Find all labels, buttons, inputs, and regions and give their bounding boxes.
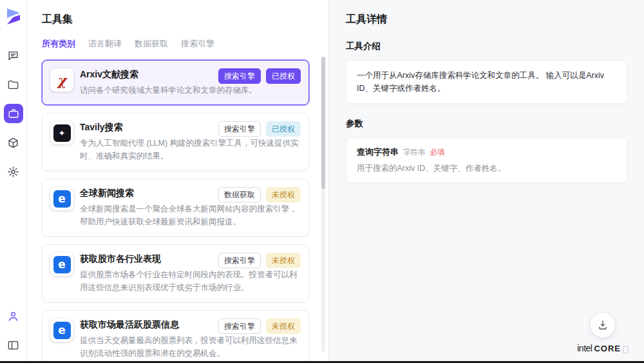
- auth-status-badge: 未授权: [266, 319, 301, 334]
- sidebar-item-plugins[interactable]: [4, 133, 23, 152]
- aggregator-logo-icon: e: [53, 190, 71, 208]
- folder-icon: [7, 79, 19, 91]
- chat-icon: [7, 50, 19, 62]
- category-badge: 搜索引擎: [218, 121, 261, 137]
- tool-description: 专为人工智能代理 (LLM) 构建的搜索引擎工具，可快速提供实时、准确和真实的结…: [80, 137, 301, 162]
- tab-category-0[interactable]: 所有类别: [42, 38, 75, 50]
- intel-product-text: CORE: [594, 344, 621, 353]
- sidebar-item-toolset[interactable]: [4, 104, 23, 123]
- category-tabs: 所有类别语言翻译数据获取搜索引擎: [42, 38, 309, 50]
- tool-badges: 搜索引擎 已授权: [218, 68, 301, 84]
- tool-icon: χ: [50, 68, 73, 92]
- category-badge: 搜索引擎: [218, 68, 261, 84]
- sidebar-item-files[interactable]: [4, 75, 23, 94]
- toolset-title: 工具集: [42, 13, 309, 26]
- tool-icon: ✦: [50, 121, 73, 144]
- arxiv-logo-icon: χ: [57, 74, 66, 87]
- app-logo: [6, 8, 21, 28]
- tool-card[interactable]: e 全球新闻搜索 全球新闻搜索是一个聚合全球各大新闻网站内容的搜索引擎，帮助用户…: [42, 179, 309, 237]
- cube-icon: [7, 137, 19, 149]
- download-button[interactable]: [590, 312, 616, 338]
- auth-status-badge: 未授权: [266, 253, 301, 268]
- intel-badge-mark: [623, 346, 629, 353]
- detail-title: 工具详情: [346, 13, 627, 26]
- tab-category-1[interactable]: 语言翻译: [88, 38, 122, 50]
- tool-list: χ Arxiv文献搜索 访问各个研究领域大量科学论文和文章的存储库。 搜索引擎 …: [42, 60, 309, 361]
- param-head: 查询字符串 字符串 必填: [357, 146, 616, 158]
- sidebar-item-collapse[interactable]: [4, 335, 23, 355]
- category-badge: 搜索引擎: [218, 319, 261, 334]
- category-badge: 搜索引擎: [218, 253, 261, 268]
- nav-sidebar: [0, 0, 27, 361]
- tool-card[interactable]: e 获取市场最活跃股票信息 提供当天交易量最高的股票列表，投资者可以利用这些信息…: [42, 310, 309, 361]
- aggregator-logo-icon: e: [53, 256, 71, 273]
- tool-description: 提供股票市场各个行业在特定时间段内的表现。投资者可以利用这些信息来识别表现优于或…: [80, 268, 301, 294]
- settings-gear-icon: [7, 166, 19, 178]
- toolset-panel: 工具集 所有类别语言翻译数据获取搜索引擎 χ Arxiv文献搜索 访问各个研究领…: [27, 0, 328, 361]
- intro-heading: 工具介绍: [346, 41, 627, 52]
- sidebar-item-settings[interactable]: [4, 162, 23, 181]
- tab-category-2[interactable]: 数据获取: [135, 38, 168, 50]
- param-description: 用于搜索的Arxiv ID、关键字、作者姓名。: [357, 163, 616, 174]
- tool-card[interactable]: e 获取股市各行业表现 提供股票市场各个行业在特定时间段内的表现。投资者可以利用…: [42, 244, 309, 302]
- tool-description: 提供当天交易量最高的股票列表，投资者可以利用这些信息来识别流动性强的股票和潜在的…: [80, 334, 301, 360]
- layout-panel-icon: [7, 339, 19, 351]
- tool-card[interactable]: χ Arxiv文献搜索 访问各个研究领域大量科学论文和文章的存储库。 搜索引擎 …: [42, 60, 309, 105]
- app-window: 工具集 所有类别语言翻译数据获取搜索引擎 χ Arxiv文献搜索 访问各个研究领…: [0, 0, 644, 361]
- download-icon: [597, 319, 609, 331]
- tab-category-3[interactable]: 搜索引擎: [181, 38, 214, 50]
- tool-icon: e: [50, 187, 73, 210]
- tool-icon: e: [50, 253, 73, 276]
- user-icon: [7, 310, 19, 322]
- tool-card[interactable]: ✦ Tavily搜索 专为人工智能代理 (LLM) 构建的搜索引擎工具，可快速提…: [42, 113, 309, 171]
- param-name: 查询字符串: [357, 146, 399, 158]
- auth-status-badge: 已授权: [266, 68, 301, 84]
- tool-badges: 搜索引擎 未授权: [218, 253, 301, 268]
- param-type: 字符串: [403, 148, 426, 157]
- sidebar-item-account[interactable]: [4, 306, 23, 326]
- category-badge: 数据获取: [218, 187, 261, 202]
- floating-actions: intel CORE: [577, 312, 629, 353]
- auth-status-badge: 已授权: [266, 121, 301, 137]
- intel-brand-text: intel: [577, 343, 592, 353]
- intro-card: 一个用于从Arxiv存储库搜索科学论文和文章的工具。 输入可以是Arxiv ID…: [346, 60, 627, 104]
- sidebar-item-chat[interactable]: [4, 46, 23, 65]
- param-card: 查询字符串 字符串 必填 用于搜索的Arxiv ID、关键字、作者姓名。: [346, 137, 627, 183]
- aggregator-logo-icon: e: [53, 322, 71, 339]
- tool-description: 访问各个研究领域大量科学论文和文章的存储库。: [80, 84, 301, 97]
- param-required-flag: 必填: [430, 148, 445, 157]
- auth-status-badge: 未授权: [266, 187, 301, 202]
- tool-badges: 搜索引擎 未授权: [218, 319, 301, 334]
- briefcase-icon: [8, 108, 19, 119]
- list-scrollbar-track[interactable]: [321, 57, 325, 352]
- tool-badges: 数据获取 未授权: [218, 187, 301, 202]
- params-heading: 参数: [346, 118, 627, 130]
- list-scrollbar-thumb[interactable]: [321, 57, 325, 189]
- tool-description: 全球新闻搜索是一个聚合全球各大新闻网站内容的搜索引擎，帮助用户快速获取全球最新资…: [80, 202, 301, 228]
- tavily-logo-icon: ✦: [53, 124, 71, 142]
- tool-icon: e: [50, 319, 73, 342]
- intel-core-logo: intel CORE: [577, 343, 629, 353]
- tool-badges: 搜索引擎 已授权: [218, 121, 301, 137]
- tool-detail-panel: 工具详情 工具介绍 一个用于从Arxiv存储库搜索科学论文和文章的工具。 输入可…: [328, 0, 644, 361]
